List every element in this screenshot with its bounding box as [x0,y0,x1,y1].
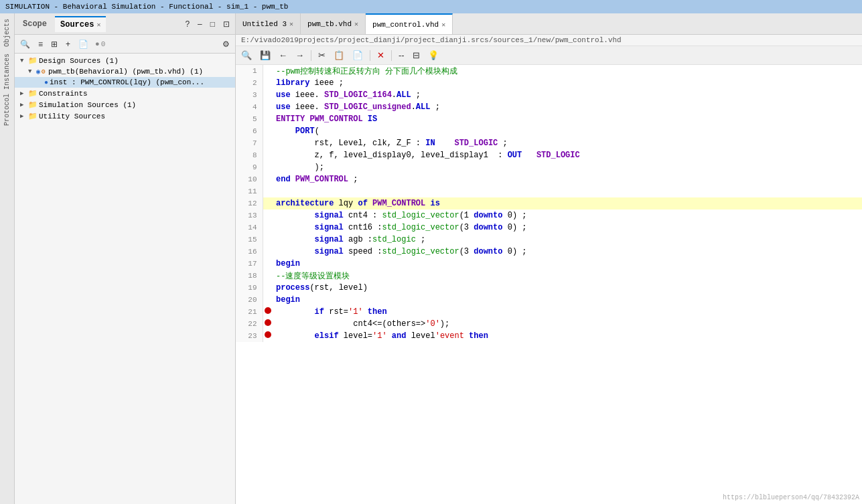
utility-sources-folder-icon: 📁 [28,112,38,120]
editor-save-btn[interactable]: 💾 [257,49,273,62]
editor-forward-btn[interactable]: → [293,49,307,62]
sources-toolbar: 🔍 ≡ ⊞ + 📄 ● 0 ⚙ [15,35,235,54]
breakpoint-col[interactable] [263,258,273,270]
editor-toolbar: 🔍 💾 ← → ✂ 📋 📄 ✕ -- ⊟ 💡 [236,46,862,65]
sources-tab[interactable]: Sources ✕ [55,16,106,32]
pwm-tb-arrow: ▼ [28,68,35,75]
sources-tab-close[interactable]: ✕ [96,21,100,29]
sources-maximize-btn[interactable]: ⊡ [220,18,232,30]
breakpoint-col[interactable] [263,137,273,149]
sources-tab-label: Sources [60,20,94,29]
editor-cut-btn[interactable]: ✂ [315,49,328,62]
breakpoint-col[interactable] [263,65,273,77]
watermark: https://blblueperson4/qq/78432392A [723,494,859,501]
collapse-all-btn[interactable]: ≡ [35,38,46,50]
editor-hint-btn[interactable]: 💡 [425,49,441,62]
breakpoint-col[interactable] [263,185,273,197]
breakpoint-dot [265,331,271,338]
sources-restore-btn[interactable]: □ [208,18,218,30]
breakpoint-col[interactable] [263,282,273,294]
code-row: 2library ieee ; [236,77,862,89]
pwm-tb-item[interactable]: ▼ ◉ ⚙ pwm_tb(Behavioral) (pwm_tb.vhd) (1… [15,66,235,77]
constraints-group[interactable]: ▶ 📁 Constraints [15,88,235,99]
tab-pwm-tb-close[interactable]: ✕ [354,20,358,28]
sources-minimize-btn[interactable]: – [195,18,205,30]
breakpoint-col[interactable] [263,149,273,161]
tab-pwm-control-label: pwm_control.vhd [372,21,439,29]
line-number: 7 [236,137,263,149]
code-cell: ENTITY PWM_CONTROL IS [273,113,862,125]
code-container[interactable]: 1--pwm控制转速和正反转方向 分下面几个模块构成2library ieee … [236,65,862,504]
pwm-control-inst[interactable]: ● inst : PWM_CONTROL(lqy) (pwm_con... [15,77,235,88]
utility-sources-arrow: ▶ [20,112,27,120]
tab-untitled3[interactable]: Untitled 3 ✕ [236,13,301,34]
breakpoint-col[interactable] [263,294,273,306]
tab-pwm-control[interactable]: pwm_control.vhd ✕ [366,13,453,34]
code-row: 19process(rst, level) [236,282,862,294]
editor-search-btn[interactable]: 🔍 [238,49,255,62]
code-row: 6 PORT( [236,125,862,137]
utility-sources-group[interactable]: ▶ 📁 Utility Sources [15,110,235,122]
sources-panel: Scope Sources ✕ ? – □ ⊡ 🔍 ≡ ⊞ + 📄 ● 0 [15,13,236,504]
line-number: 8 [236,149,263,161]
code-cell: signal cnt16 :std_logic_vector(3 downto … [273,222,862,234]
editor-copy-btn[interactable]: 📋 [331,49,347,62]
breakpoint-col[interactable] [263,270,273,282]
breakpoint-col[interactable] [263,161,273,173]
tab-untitled3-close[interactable]: ✕ [289,20,293,28]
scope-tab[interactable]: Scope [17,17,52,31]
line-number: 10 [236,173,263,185]
editor-delete-btn[interactable]: ✕ [374,49,387,62]
code-row: 12architecture lqy of PWM_CONTROL is [236,197,862,209]
line-number: 13 [236,209,263,222]
breakpoint-col[interactable] [263,77,273,89]
breakpoint-col[interactable] [263,330,273,342]
editor-paste-btn[interactable]: 📄 [350,49,366,62]
breakpoint-col[interactable] [263,209,273,222]
breakpoint-col[interactable] [263,125,273,137]
sep1 [311,50,311,61]
sim-sources-label: Simulation Sources (1) [39,101,136,109]
sources-help-btn[interactable]: ? [182,18,192,30]
editor-indent-btn[interactable]: ⊟ [410,49,423,62]
line-number: 14 [236,222,263,234]
breakpoint-col[interactable] [263,234,273,246]
editor-back-btn[interactable]: ← [276,49,290,62]
code-cell: signal agb :std_logic ; [273,234,862,246]
breakpoint-col[interactable] [263,318,273,330]
breakpoint-col[interactable] [263,197,273,209]
line-number: 16 [236,246,263,258]
code-cell: rst, Level, clk, Z_F : IN STD_LOGIC ; [273,137,862,149]
add-sources-btn[interactable]: + [63,38,73,50]
breakpoint-col[interactable] [263,306,273,318]
design-sources-group[interactable]: ▼ 📁 Design Sources (1) [15,55,235,66]
editor-comment-btn[interactable]: -- [396,49,407,62]
breakpoint-col[interactable] [263,89,273,101]
protocol-instances-label[interactable]: Protocol Instances [2,51,12,129]
settings-btn[interactable]: ⚙ [220,38,232,50]
scope-tab-label: Scope [23,19,47,29]
source-props-btn[interactable]: 📄 [76,38,91,50]
search-btn[interactable]: 🔍 [17,38,33,50]
line-number: 12 [236,197,263,209]
line-number: 18 [236,270,263,282]
code-cell: signal cnt4 : std_logic_vector(1 downto … [273,209,862,222]
code-row: 21 if rst='1' then [236,306,862,318]
code-cell: PORT( [273,125,862,137]
breakpoint-col[interactable] [263,101,273,113]
code-cell: elsif level='1' and level'event then [273,330,862,342]
breakpoint-col[interactable] [263,113,273,125]
simulation-sources-group[interactable]: ▶ 📁 Simulation Sources (1) [15,99,235,110]
code-cell: cnt4<=(others=>'0'); [273,318,862,330]
code-cell: end PWM_CONTROL ; [273,173,862,185]
expand-all-btn[interactable]: ⊞ [48,38,60,50]
code-cell: begin [273,294,862,306]
tab-pwm-tb[interactable]: pwm_tb.vhd ✕ [301,13,366,34]
breakpoint-col[interactable] [263,246,273,258]
breakpoint-col[interactable] [263,222,273,234]
line-number: 23 [236,330,263,342]
tab-pwm-control-close[interactable]: ✕ [441,21,445,29]
objects-label[interactable]: Objects [2,16,12,50]
breakpoint-col[interactable] [263,173,273,185]
editor-area: Untitled 3 ✕ pwm_tb.vhd ✕ pwm_control.vh… [236,13,862,504]
